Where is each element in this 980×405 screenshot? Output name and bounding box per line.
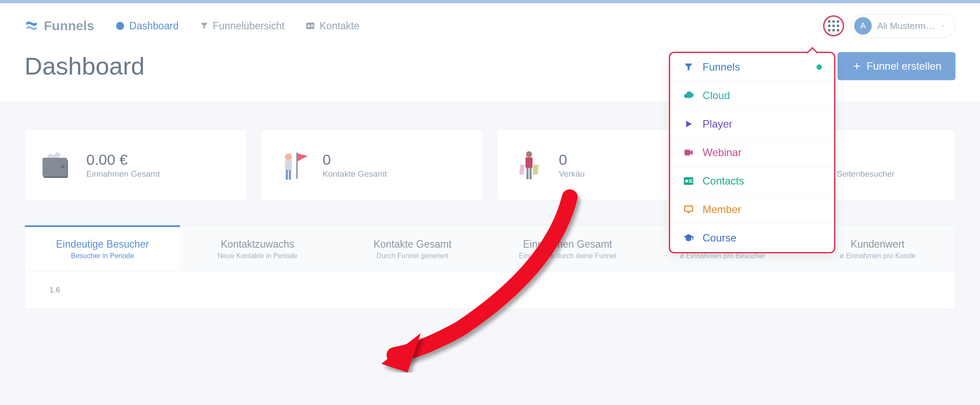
apps-grid-icon [828, 20, 839, 32]
chart-body: 1.6 [25, 272, 955, 309]
funnel-icon [682, 61, 695, 73]
svg-rect-2 [311, 25, 313, 25]
play-icon [682, 118, 695, 130]
nav-contacts[interactable]: Kontakte [305, 20, 359, 32]
graduation-cap-icon [682, 232, 695, 244]
nav-label: Kontakte [320, 20, 359, 32]
header: Funnels Dashboard Funnelübersicht Kontak… [0, 4, 980, 48]
app-item-course[interactable]: Course [670, 224, 834, 252]
stat-label: Einnahmen Gesamt [86, 169, 160, 179]
app-item-member[interactable]: Member [670, 195, 834, 224]
svg-rect-9 [285, 160, 292, 170]
tab-contact-growth[interactable]: Kontaktzuwachs Neue Kontakte in Periode [180, 225, 335, 271]
app-label: Cloud [703, 89, 730, 102]
svg-point-1 [308, 25, 310, 27]
apps-launcher-button[interactable] [823, 15, 844, 36]
svg-rect-17 [685, 150, 690, 156]
svg-rect-18 [684, 177, 693, 185]
svg-rect-22 [685, 206, 692, 211]
svg-rect-14 [526, 168, 529, 179]
brand-name: Funnels [44, 18, 94, 33]
gauge-icon [115, 21, 125, 31]
app-item-contacts[interactable]: Contacts [670, 167, 834, 195]
app-label: Player [703, 118, 732, 130]
svg-rect-20 [689, 180, 692, 181]
header-right: A Ali Musterm… [823, 14, 955, 38]
app-item-player[interactable]: Player [670, 110, 834, 139]
user-menu[interactable]: A Ali Musterm… [851, 14, 955, 38]
svg-point-8 [285, 153, 292, 160]
tab-sub: Besucher in Periode [32, 252, 173, 260]
svg-rect-13 [526, 157, 533, 168]
app-item-cloud[interactable]: Cloud [670, 82, 834, 110]
person-flag-illustration [275, 147, 310, 182]
funnel-icon [200, 21, 209, 30]
app-label: Member [703, 203, 741, 216]
nav-dashboard[interactable]: Dashboard [115, 20, 179, 32]
app-item-funnels[interactable]: Funnels [670, 53, 834, 82]
user-name: Ali Musterm… [877, 21, 935, 31]
stat-value: 0 [323, 151, 387, 168]
shopper-illustration [511, 147, 547, 182]
brand-logo: Funnels [25, 18, 94, 33]
svg-point-6 [61, 165, 64, 168]
tab-title: Kontakte Gesamt [342, 238, 483, 250]
tab-title: Eindeutige Besucher [32, 238, 173, 250]
video-icon [682, 146, 695, 159]
svg-rect-3 [311, 26, 313, 27]
app-label: Contacts [703, 175, 744, 187]
svg-rect-7 [296, 153, 298, 179]
tab-contacts-total[interactable]: Kontakte Gesamt Durch Funnel generiert [335, 225, 490, 271]
id-card-icon [682, 175, 695, 187]
wallet-illustration [39, 147, 74, 182]
tab-sub: Einnahmen durch deine Funnel [497, 252, 638, 260]
brand-logo-icon [25, 19, 39, 33]
tab-sub: Neue Kontakte in Periode [187, 252, 328, 260]
tab-sub: Durch Funnel generiert [342, 252, 483, 260]
chevron-down-icon [940, 23, 946, 29]
page-title: Dashboard [25, 52, 145, 80]
svg-rect-21 [689, 181, 692, 182]
top-bar [0, 0, 980, 4]
stat-label: Kontakte Gesamt [323, 169, 387, 179]
nav-label: Dashboard [129, 20, 179, 32]
cloud-icon [682, 89, 695, 102]
svg-rect-11 [289, 170, 291, 180]
app-label: Webinar [703, 146, 742, 159]
svg-rect-23 [687, 212, 690, 213]
app-item-webinar[interactable]: Webinar [670, 139, 834, 167]
nav-overview[interactable]: Funnelübersicht [200, 20, 285, 32]
svg-rect-10 [286, 170, 288, 180]
contacts-icon [305, 21, 315, 30]
create-btn-label: Funnel erstellen [866, 60, 941, 72]
y-axis-tick: 1.6 [50, 286, 930, 295]
monitor-icon [682, 203, 695, 216]
tab-title: Kontaktzuwachs [187, 238, 328, 250]
apps-dropdown: Funnels Cloud Player Webinar Contacts Me… [669, 52, 835, 253]
avatar: A [854, 17, 872, 35]
main-nav: Dashboard Funnelübersicht Kontakte [115, 20, 359, 32]
svg-rect-15 [529, 168, 532, 179]
stat-value: 0.00 € [86, 151, 160, 168]
plus-icon [852, 61, 862, 71]
svg-rect-0 [306, 23, 314, 29]
stat-value: 0 [559, 151, 585, 168]
stat-card-contacts: 0 Kontakte Gesamt [261, 129, 483, 200]
create-funnel-button[interactable]: Funnel erstellen [838, 52, 955, 80]
app-label: Funnels [703, 61, 740, 73]
svg-point-19 [685, 180, 688, 183]
tab-title: Einnahmen Gesamt [497, 238, 638, 250]
stat-label: Verkäu [559, 169, 585, 179]
stat-card-revenue: 0.00 € Einnahmen Gesamt [25, 129, 247, 200]
app-label: Course [703, 232, 736, 244]
svg-point-12 [526, 151, 532, 157]
tab-visitors[interactable]: Eindeutige Besucher Besucher in Periode [25, 225, 180, 271]
tab-revenue-total[interactable]: Einnahmen Gesamt Einnahmen durch deine F… [490, 225, 645, 271]
nav-label: Funnelübersicht [213, 20, 285, 32]
active-indicator [817, 64, 822, 70]
